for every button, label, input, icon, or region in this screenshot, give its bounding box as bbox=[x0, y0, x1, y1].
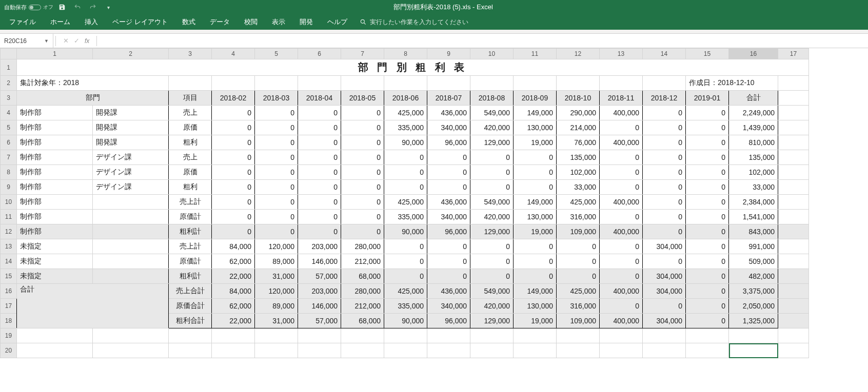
subdept-cell[interactable] bbox=[93, 195, 169, 210]
value-cell[interactable]: 400,000 bbox=[600, 284, 643, 299]
value-cell[interactable]: 0 bbox=[643, 150, 686, 165]
value-cell[interactable]: 0 bbox=[298, 150, 341, 165]
header-month[interactable]: 2018-04 bbox=[298, 91, 341, 106]
header-total[interactable]: 合計 bbox=[729, 91, 778, 106]
cell[interactable] bbox=[778, 106, 809, 120]
total-cell[interactable]: 2,249,000 bbox=[729, 106, 778, 120]
subdept-cell[interactable]: 開発課 bbox=[93, 120, 169, 135]
period-cell[interactable]: 集計対象年：2018 bbox=[17, 76, 169, 91]
cell[interactable] bbox=[778, 210, 809, 224]
cell[interactable] bbox=[169, 328, 212, 343]
dept-cell[interactable]: 未指定 bbox=[17, 239, 93, 254]
cell[interactable] bbox=[212, 343, 255, 358]
selected-cell[interactable] bbox=[729, 343, 778, 358]
tab-view[interactable]: 表示 bbox=[266, 15, 291, 29]
total-cell[interactable]: 135,000 bbox=[729, 150, 778, 165]
value-cell[interactable]: 203,000 bbox=[298, 284, 341, 299]
cell[interactable] bbox=[255, 76, 298, 91]
cell[interactable] bbox=[643, 76, 686, 91]
value-cell[interactable]: 290,000 bbox=[557, 106, 600, 120]
dept-cell[interactable]: 制作部 bbox=[17, 195, 93, 210]
value-cell[interactable]: 420,000 bbox=[470, 120, 514, 135]
header-month[interactable]: 2018-10 bbox=[557, 91, 600, 106]
header-month[interactable]: 2018-09 bbox=[514, 91, 557, 106]
value-cell[interactable]: 0 bbox=[298, 165, 341, 180]
total-cell[interactable]: 991,000 bbox=[729, 239, 778, 254]
col-header[interactable]: 6 bbox=[298, 49, 341, 59]
dept-cell[interactable]: 合計 bbox=[17, 284, 169, 328]
cell[interactable] bbox=[600, 343, 643, 358]
value-cell[interactable]: 400,000 bbox=[600, 106, 643, 120]
cell[interactable] bbox=[778, 195, 809, 210]
row-header[interactable]: 4 bbox=[1, 106, 17, 120]
value-cell[interactable]: 0 bbox=[212, 120, 255, 135]
value-cell[interactable]: 0 bbox=[686, 254, 729, 269]
value-cell[interactable]: 76,000 bbox=[557, 135, 600, 150]
tab-formulas[interactable]: 数式 bbox=[176, 15, 202, 29]
value-cell[interactable]: 316,000 bbox=[557, 210, 600, 224]
cell[interactable] bbox=[778, 180, 809, 195]
value-cell[interactable]: 0 bbox=[384, 254, 427, 269]
header-month[interactable]: 2018-05 bbox=[341, 91, 384, 106]
total-cell[interactable]: 1,439,000 bbox=[729, 120, 778, 135]
value-cell[interactable]: 120,000 bbox=[255, 239, 298, 254]
cell[interactable] bbox=[729, 328, 778, 343]
cell[interactable] bbox=[643, 328, 686, 343]
tab-home[interactable]: ホーム bbox=[44, 15, 76, 29]
value-cell[interactable]: 0 bbox=[298, 210, 341, 224]
value-cell[interactable]: 549,000 bbox=[470, 195, 514, 210]
cell[interactable] bbox=[778, 165, 809, 180]
tell-me-search[interactable]: 実行したい作業を入力してください bbox=[360, 18, 468, 27]
value-cell[interactable]: 31,000 bbox=[255, 314, 298, 328]
value-cell[interactable]: 420,000 bbox=[470, 210, 514, 224]
header-month[interactable]: 2019-01 bbox=[686, 91, 729, 106]
value-cell[interactable]: 400,000 bbox=[600, 314, 643, 328]
value-cell[interactable]: 214,000 bbox=[557, 120, 600, 135]
value-cell[interactable]: 0 bbox=[686, 299, 729, 314]
value-cell[interactable]: 0 bbox=[600, 254, 643, 269]
total-cell[interactable]: 2,384,000 bbox=[729, 195, 778, 210]
subdept-cell[interactable] bbox=[93, 254, 169, 269]
value-cell[interactable]: 0 bbox=[643, 165, 686, 180]
value-cell[interactable]: 0 bbox=[298, 106, 341, 120]
value-cell[interactable]: 102,000 bbox=[557, 165, 600, 180]
cell[interactable] bbox=[427, 343, 470, 358]
undo-icon[interactable] bbox=[71, 1, 84, 14]
cell[interactable] bbox=[341, 76, 384, 91]
subdept-cell[interactable]: 開発課 bbox=[93, 135, 169, 150]
value-cell[interactable]: 0 bbox=[557, 254, 600, 269]
dept-cell[interactable]: 未指定 bbox=[17, 269, 93, 284]
header-month[interactable]: 2018-12 bbox=[643, 91, 686, 106]
tab-developer[interactable]: 開発 bbox=[293, 15, 319, 29]
item-cell[interactable]: 原価合計 bbox=[169, 299, 212, 314]
cell[interactable] bbox=[298, 343, 341, 358]
value-cell[interactable]: 0 bbox=[600, 269, 643, 284]
total-cell[interactable]: 33,000 bbox=[729, 180, 778, 195]
value-cell[interactable]: 33,000 bbox=[557, 180, 600, 195]
tab-file[interactable]: ファイル bbox=[3, 15, 42, 29]
value-cell[interactable]: 0 bbox=[600, 299, 643, 314]
cell[interactable] bbox=[778, 343, 809, 358]
header-month[interactable]: 2018-08 bbox=[470, 91, 514, 106]
value-cell[interactable]: 0 bbox=[643, 224, 686, 239]
value-cell[interactable]: 335,000 bbox=[384, 210, 427, 224]
value-cell[interactable]: 0 bbox=[384, 239, 427, 254]
value-cell[interactable]: 549,000 bbox=[470, 106, 514, 120]
header-month[interactable]: 2018-07 bbox=[427, 91, 470, 106]
total-cell[interactable]: 102,000 bbox=[729, 165, 778, 180]
value-cell[interactable]: 0 bbox=[557, 239, 600, 254]
value-cell[interactable]: 0 bbox=[341, 195, 384, 210]
value-cell[interactable]: 304,000 bbox=[643, 314, 686, 328]
item-cell[interactable]: 原価 bbox=[169, 165, 212, 180]
row-header[interactable]: 9 bbox=[1, 180, 17, 195]
cell[interactable] bbox=[514, 343, 557, 358]
subdept-cell[interactable] bbox=[93, 269, 169, 284]
cell[interactable] bbox=[778, 239, 809, 254]
cell[interactable] bbox=[427, 328, 470, 343]
value-cell[interactable]: 0 bbox=[470, 180, 514, 195]
cell[interactable] bbox=[93, 328, 169, 343]
dept-cell[interactable]: 制作部 bbox=[17, 135, 93, 150]
value-cell[interactable]: 0 bbox=[212, 106, 255, 120]
value-cell[interactable]: 335,000 bbox=[384, 120, 427, 135]
item-cell[interactable]: 粗利 bbox=[169, 180, 212, 195]
